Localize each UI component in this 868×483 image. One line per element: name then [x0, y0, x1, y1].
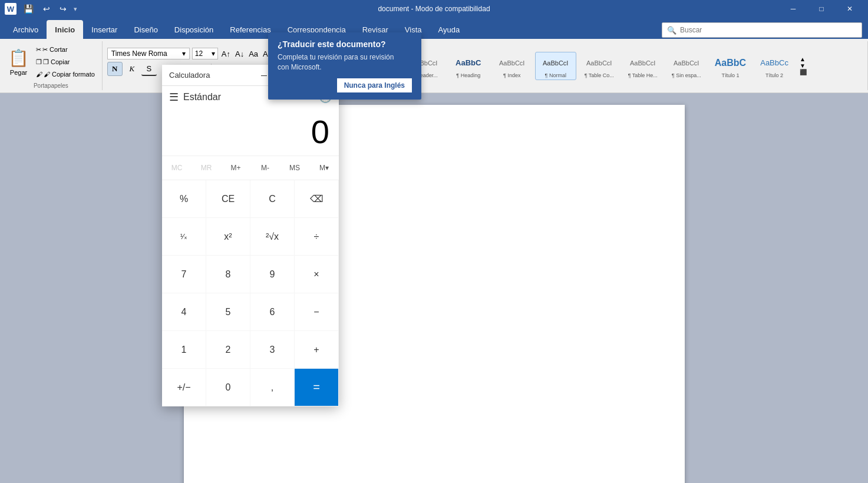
tab-diseno[interactable]: Diseño [126, 20, 166, 39]
titlebar-left: W 💾 ↩ ↪ ▾ [5, 3, 77, 15]
calc-memory-row: MC MR M+ M- MS M▾ [162, 156, 339, 180]
mem-mr-button[interactable]: MR [192, 156, 221, 180]
paste-icon: 📋 [8, 48, 29, 68]
styles-down[interactable]: ▼ [800, 62, 807, 69]
paste-button[interactable]: 📋 Pegar [5, 47, 32, 77]
font-name-dropdown[interactable]: Times New Roma ▾ [107, 48, 190, 59]
style-tablecol-preview: AaBbCcI [586, 54, 612, 72]
style-normal[interactable]: AaBbCcI ¶ Normal [535, 52, 576, 80]
calc-0-button[interactable]: 0 [206, 369, 250, 406]
styles-up[interactable]: ▲ [800, 56, 807, 62]
mem-mplus-button[interactable]: M+ [221, 156, 250, 180]
save-button[interactable]: 💾 [21, 3, 36, 15]
italic-button[interactable]: K [124, 62, 140, 76]
calc-2-button[interactable]: 2 [206, 331, 250, 369]
style-titulo1-label: Título 1 [721, 72, 739, 78]
calculator-window: Calculadora ─ □ ✕ ☰ Estándar 🕐 0 MC MR M… [162, 65, 339, 406]
search-icon: 🔍 [667, 26, 676, 35]
quick-access-more[interactable]: ▾ [74, 5, 77, 13]
maximize-button[interactable]: □ [808, 0, 835, 18]
style-titulo2[interactable]: AaBbCc Título 2 [754, 52, 795, 80]
calc-ce-button[interactable]: CE [206, 180, 250, 218]
calc-sqrt-button[interactable]: ²√x [250, 218, 295, 256]
grow-font-button[interactable]: A↑ [220, 48, 232, 59]
translate-popup: ¿Traducir este documento? Completa tu re… [268, 32, 421, 100]
change-case-button[interactable]: Aa [247, 48, 259, 59]
titlebar: W 💾 ↩ ↪ ▾ document - Modo de compatibili… [0, 0, 868, 18]
document-title: document - Modo de compatibilidad [378, 5, 490, 13]
mem-ms-button[interactable]: MS [280, 156, 309, 180]
format-painter-button[interactable]: 🖌 🖌 Copiar formato [34, 70, 97, 79]
mem-mc-button[interactable]: MC [162, 156, 192, 180]
calc-backspace-button[interactable]: ⌫ [295, 180, 339, 218]
redo-button[interactable]: ↪ [57, 3, 69, 15]
tab-inicio[interactable]: Inicio [47, 20, 83, 39]
style-sin-espacio[interactable]: AaBbCcI ¶ Sin espa... [666, 52, 707, 80]
style-titulo1-preview: AaBbC [715, 54, 746, 72]
font-size-dropdown[interactable]: 12 ▾ [192, 48, 218, 59]
style-titulo1[interactable]: AaBbC Título 1 [709, 52, 751, 80]
font-size-arrow: ▾ [212, 49, 215, 58]
calc-decimal-button[interactable]: , [250, 369, 295, 406]
paste-label: Pegar [10, 69, 27, 76]
calc-add-button[interactable]: + [295, 331, 339, 369]
ribbon: 📋 Pegar ✂ ✂ Cortar ❐ ❐ Copiar 🖌 🖌 Copiar… [0, 39, 868, 93]
style-table-he[interactable]: AaBbCcI ¶ Table He... [622, 52, 664, 80]
style-heading[interactable]: AaBbC ¶ Heading [448, 52, 489, 80]
calc-subtract-button[interactable]: − [295, 293, 339, 331]
calc-3-button[interactable]: 3 [250, 331, 295, 369]
translate-body-text1: Completa tu revisión para su revisióncon… [278, 53, 394, 71]
mem-mminus-button[interactable]: M- [250, 156, 280, 180]
calc-multiply-button[interactable]: × [295, 256, 339, 293]
tab-disposicion[interactable]: Disposición [166, 20, 222, 39]
minimize-button[interactable]: ─ [780, 0, 807, 18]
calc-5-button[interactable]: 5 [206, 293, 250, 331]
font-name-value: Times New Roma [111, 49, 167, 58]
close-button[interactable]: ✕ [836, 0, 863, 18]
calc-square-button[interactable]: x² [206, 218, 250, 256]
calc-9-button[interactable]: 9 [250, 256, 295, 293]
mem-mrecall-button[interactable]: M▾ [309, 156, 339, 180]
translate-title: ¿Traducir este documento? [278, 39, 412, 49]
calc-buttons-grid: % CE C ⌫ ¹⁄ₓ x² ²√x ÷ 7 8 9 × 4 5 6 − 1 … [162, 180, 339, 406]
style-index[interactable]: AaBbCcI ¶ Index [491, 52, 533, 80]
style-tablehe-preview: AaBbCcI [630, 54, 655, 72]
search-input[interactable] [680, 26, 857, 34]
font-dropdown-arrow: ▾ [182, 49, 186, 58]
underline-button[interactable]: S [141, 62, 157, 76]
style-sinespacio-label: ¶ Sin espa... [672, 72, 701, 78]
calc-4-button[interactable]: 4 [162, 293, 206, 331]
calc-1-button[interactable]: 1 [162, 331, 206, 369]
style-index-preview: AaBbCcI [499, 54, 524, 72]
calc-8-button[interactable]: 8 [206, 256, 250, 293]
styles-expand[interactable]: ⬛ [800, 69, 807, 75]
calc-7-button[interactable]: 7 [162, 256, 206, 293]
calc-title: Calculadora [169, 71, 210, 80]
bold-button[interactable]: N [107, 62, 123, 76]
style-normal-label: ¶ Normal [545, 72, 566, 78]
font-name-row: Times New Roma ▾ 12 ▾ A↑ A↓ Aa A✕ [107, 48, 276, 59]
ribbon-group-styles: AaBbCcI ¶ Descripc... AaBbCcI ¶ Header..… [356, 41, 868, 90]
tab-insertar[interactable]: Insertar [83, 20, 126, 39]
cut-button[interactable]: ✂ ✂ Cortar [34, 45, 97, 55]
never-translate-button[interactable]: Nunca para Inglés [337, 78, 412, 92]
undo-button[interactable]: ↩ [41, 3, 52, 15]
style-table-col[interactable]: AaBbCcI ¶ Table Co... [579, 52, 620, 80]
calc-c-button[interactable]: C [250, 180, 295, 218]
tab-archivo[interactable]: Archivo [5, 20, 47, 39]
calc-divide-button[interactable]: ÷ [295, 218, 339, 256]
calc-equals-button[interactable]: = [295, 369, 339, 406]
calc-negate-button[interactable]: +/− [162, 369, 206, 406]
ribbon-group-clipboard: 📋 Pegar ✂ ✂ Cortar ❐ ❐ Copiar 🖌 🖌 Copiar… [0, 41, 103, 90]
calc-inverse-button[interactable]: ¹⁄ₓ [162, 218, 206, 256]
tab-ayuda[interactable]: Ayuda [430, 20, 468, 39]
copy-button[interactable]: ❐ ❐ Copiar [34, 57, 97, 67]
hamburger-icon[interactable]: ☰ [169, 91, 179, 104]
shrink-font-button[interactable]: A↓ [234, 48, 245, 59]
word-icon: W [5, 3, 16, 15]
calc-percent-button[interactable]: % [162, 180, 206, 218]
calc-6-button[interactable]: 6 [250, 293, 295, 331]
translate-body: Completa tu revisión para su revisióncon… [278, 52, 412, 72]
style-tablehe-label: ¶ Table He... [628, 72, 658, 78]
search-bar: 🔍 [662, 22, 862, 38]
